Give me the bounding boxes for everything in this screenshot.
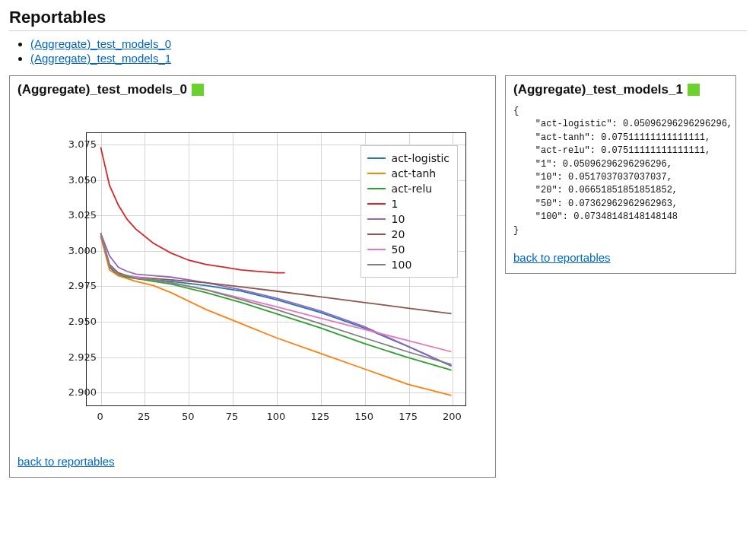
x-tick: 150 — [349, 411, 380, 422]
legend-swatch — [367, 234, 386, 235]
legend-label: act-logistic — [392, 152, 449, 164]
toc-list: (Aggregate)_test_models_0 (Aggregate)_te… — [9, 37, 747, 65]
toc-link-0[interactable]: (Aggregate)_test_models_0 — [30, 37, 171, 50]
series-1 — [100, 148, 284, 273]
legend-label: 20 — [392, 228, 405, 240]
legend-item: act-tanh — [367, 166, 449, 181]
chart-legend: act-logisticact-tanhact-relu1102050100 — [361, 145, 458, 278]
legend-item: 20 — [367, 227, 449, 242]
legend-label: 50 — [392, 243, 405, 256]
legend-label: 10 — [392, 213, 405, 225]
status-icon — [192, 84, 204, 96]
legend-swatch — [367, 218, 386, 220]
x-tick: 200 — [437, 411, 467, 422]
legend-swatch — [367, 157, 386, 159]
panel-test-models-1: (Aggregate)_test_models_1 { "act-logisti… — [505, 75, 736, 274]
toc-link-1[interactable]: (Aggregate)_test_models_1 — [30, 52, 171, 65]
legend-label: 100 — [392, 259, 412, 271]
back-to-reportables-link[interactable]: back to reportables — [17, 455, 115, 468]
json-output: { "act-logistic": 0.05096296296296296, "… — [513, 105, 728, 237]
legend-item: act-logistic — [367, 151, 449, 166]
back-to-reportables-link[interactable]: back to reportables — [513, 251, 611, 264]
legend-swatch — [367, 173, 386, 174]
legend-label: act-relu — [392, 183, 433, 195]
y-tick: 3.025 — [51, 209, 97, 221]
legend-item: 1 — [367, 196, 449, 211]
x-tick: 175 — [393, 411, 424, 422]
legend-swatch — [367, 264, 386, 265]
panel-test-models-0: (Aggregate)_test_models_0 act-logisticac… — [9, 75, 496, 478]
legend-item: act-relu — [367, 181, 449, 196]
x-tick: 0 — [85, 411, 116, 422]
x-tick: 100 — [261, 411, 291, 422]
legend-item: 50 — [367, 242, 449, 257]
chart: act-logisticact-tanhact-relu1102050100 2… — [25, 125, 481, 444]
x-tick: 50 — [173, 411, 203, 422]
x-tick: 125 — [305, 411, 335, 422]
plot-area: act-logisticact-tanhact-relu1102050100 — [86, 132, 466, 406]
legend-swatch — [367, 249, 386, 250]
panel-title-0: (Aggregate)_test_models_0 — [17, 82, 187, 97]
y-tick: 2.900 — [51, 386, 97, 398]
divider — [9, 30, 747, 31]
legend-label: act-tanh — [392, 167, 437, 180]
y-tick: 3.050 — [51, 173, 97, 185]
panel-title-1: (Aggregate)_test_models_1 — [513, 82, 683, 97]
legend-label: 1 — [392, 198, 399, 210]
status-icon — [688, 84, 700, 96]
x-tick: 75 — [217, 411, 247, 422]
y-tick: 2.925 — [51, 351, 97, 362]
x-tick: 25 — [129, 411, 159, 422]
y-tick: 2.950 — [51, 316, 97, 327]
legend-item: 10 — [367, 211, 449, 227]
page-title: Reportables — [9, 8, 747, 27]
legend-swatch — [367, 203, 386, 205]
y-tick: 3.000 — [51, 244, 97, 256]
y-tick: 3.075 — [51, 138, 97, 149]
legend-item: 100 — [367, 257, 449, 272]
legend-swatch — [367, 188, 386, 189]
y-tick: 2.975 — [51, 280, 97, 291]
